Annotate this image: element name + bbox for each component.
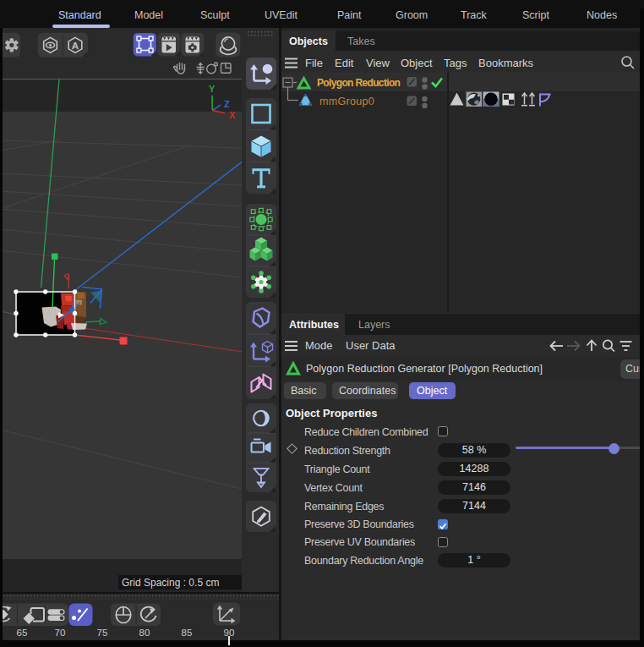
svg-text:A: A [72, 41, 79, 51]
svg-text:X: X [229, 110, 236, 120]
svg-text:85: 85 [182, 628, 193, 638]
svg-text:Y: Y [209, 84, 216, 94]
svg-text:65: 65 [17, 628, 28, 638]
svg-text:75: 75 [97, 628, 108, 638]
svg-text:Grid Spacing : 0.5 cm: Grid Spacing : 0.5 cm [122, 577, 219, 589]
svg-text:80: 80 [139, 628, 150, 638]
svg-text:70: 70 [55, 628, 66, 638]
svg-text:Z: Z [224, 99, 230, 109]
